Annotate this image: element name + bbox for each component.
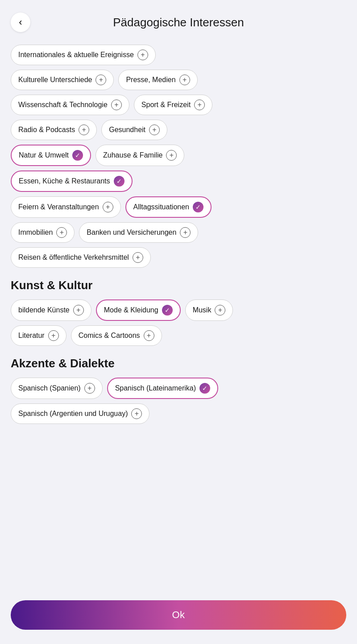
check-icon: ✓ xyxy=(72,150,83,161)
plus-icon: + xyxy=(103,202,113,212)
tag-chip[interactable]: Sport & Freizeit+ xyxy=(134,95,212,115)
header: ‹ Pädagogische Interessen xyxy=(0,0,357,41)
page-title: Pädagogische Interessen xyxy=(30,16,327,29)
tag-label: Reisen & öffentliche Verkehrsmittel xyxy=(18,253,129,262)
plus-icon: + xyxy=(149,125,160,135)
tag-label: Essen, Küche & Restaurants xyxy=(19,177,110,185)
tags-row: Wissenschaft & Technologie+Sport & Freiz… xyxy=(11,95,346,115)
plus-icon: + xyxy=(133,252,143,263)
tag-label: Immobilien xyxy=(18,229,53,237)
tag-chip[interactable]: Musik+ xyxy=(185,299,233,321)
tag-chip[interactable]: Spanisch (Spanien)+ xyxy=(11,378,103,399)
plus-icon: + xyxy=(131,408,142,419)
tags-row: bildende Künste+Mode & Kleidung✓Musik+ xyxy=(11,299,346,321)
tag-chip[interactable]: Gesundheit+ xyxy=(101,120,167,140)
tag-chip[interactable]: Immobilien+ xyxy=(11,222,75,243)
tag-label: Spanisch (Argentien und Uruguay) xyxy=(18,410,128,418)
tag-label: Comics & Cartoons xyxy=(79,332,140,340)
tag-chip[interactable]: Wissenschaft & Technologie+ xyxy=(11,95,129,115)
tag-chip[interactable]: bildende Künste+ xyxy=(11,299,91,321)
tag-chip[interactable]: Internationales & aktuelle Ereignisse+ xyxy=(11,45,156,65)
ok-button[interactable]: Ok xyxy=(11,600,346,630)
tag-chip[interactable]: Spanisch (Lateinamerika)✓ xyxy=(107,378,218,399)
check-icon: ✓ xyxy=(162,305,173,316)
tag-label: bildende Künste xyxy=(18,306,70,314)
content-area: Internationales & aktuelle Ereignisse+Ku… xyxy=(0,41,357,439)
tag-label: Wissenschaft & Technologie xyxy=(18,101,108,109)
tags-row: Spanisch (Spanien)+Spanisch (Lateinameri… xyxy=(11,378,346,399)
tag-chip[interactable]: Essen, Küche & Restaurants✓ xyxy=(11,170,133,192)
tags-row: Natur & Umwelt✓Zuhause & Familie+ xyxy=(11,145,346,166)
plus-icon: + xyxy=(48,330,59,341)
tags-row: Reisen & öffentliche Verkehrsmittel+ xyxy=(11,247,346,268)
tag-label: Internationales & aktuelle Ereignisse xyxy=(18,51,134,59)
ok-btn-container: Ok xyxy=(0,593,357,644)
plus-icon: + xyxy=(215,305,225,316)
tag-chip[interactable]: Zuhause & Familie+ xyxy=(95,145,184,166)
tag-label: Radio & Podcasts xyxy=(18,126,75,134)
plus-icon: + xyxy=(137,50,148,60)
section-header-kunst: Kunst & Kultur xyxy=(11,278,346,292)
tag-label: Banken und Versicherungen xyxy=(87,229,176,237)
check-icon: ✓ xyxy=(193,202,203,212)
tag-label: Sport & Freizeit xyxy=(141,101,191,109)
plus-icon: + xyxy=(179,75,190,85)
plus-icon: + xyxy=(79,125,89,135)
tags-row: Immobilien+Banken und Versicherungen+ xyxy=(11,222,346,243)
plus-icon: + xyxy=(56,227,67,238)
tag-chip[interactable]: Radio & Podcasts+ xyxy=(11,120,97,140)
plus-icon: + xyxy=(84,383,95,394)
tags-row: Spanisch (Argentien und Uruguay)+ xyxy=(11,403,346,424)
tag-label: Kulturelle Unterschiede xyxy=(18,76,92,84)
tag-label: Spanisch (Lateinamerika) xyxy=(115,384,196,392)
tag-chip[interactable]: Reisen & öffentliche Verkehrsmittel+ xyxy=(11,247,151,268)
tag-label: Alltagssituationen xyxy=(133,203,189,211)
plus-icon: + xyxy=(111,100,122,110)
plus-icon: + xyxy=(194,100,205,110)
tag-label: Natur & Umwelt xyxy=(19,151,69,159)
tag-chip[interactable]: Natur & Umwelt✓ xyxy=(11,145,91,166)
plus-icon: + xyxy=(166,150,177,161)
tag-label: Musik xyxy=(193,306,212,314)
tag-chip[interactable]: Comics & Cartoons+ xyxy=(71,325,162,346)
tag-label: Mode & Kleidung xyxy=(104,306,158,314)
tags-row: Kulturelle Unterschiede+Presse, Medien+ xyxy=(11,70,346,90)
tag-chip[interactable]: Kulturelle Unterschiede+ xyxy=(11,70,114,90)
plus-icon: + xyxy=(73,305,84,316)
tags-row: Literatur+Comics & Cartoons+ xyxy=(11,325,346,346)
tag-chip[interactable]: Alltagssituationen✓ xyxy=(125,196,212,218)
plus-icon: + xyxy=(144,330,154,341)
tags-row: Essen, Küche & Restaurants✓ xyxy=(11,170,346,192)
back-button[interactable]: ‹ xyxy=(11,12,30,32)
tag-label: Feiern & Veranstaltungen xyxy=(18,203,99,211)
tag-label: Presse, Medien xyxy=(126,76,175,84)
check-icon: ✓ xyxy=(199,383,210,394)
tag-chip[interactable]: Mode & Kleidung✓ xyxy=(96,299,181,321)
tag-label: Gesundheit xyxy=(109,126,145,134)
tag-chip[interactable]: Spanisch (Argentien und Uruguay)+ xyxy=(11,403,149,424)
check-icon: ✓ xyxy=(114,176,125,187)
tags-row: Radio & Podcasts+Gesundheit+ xyxy=(11,120,346,140)
tag-label: Literatur xyxy=(18,332,45,340)
tag-label: Zuhause & Familie xyxy=(103,151,162,159)
section-header-akzente: Akzente & Dialekte xyxy=(11,357,346,370)
tags-row: Internationales & aktuelle Ereignisse+ xyxy=(11,45,346,65)
tags-row: Feiern & Veranstaltungen+Alltagssituatio… xyxy=(11,196,346,218)
tag-label: Spanisch (Spanien) xyxy=(18,384,81,392)
tag-chip[interactable]: Literatur+ xyxy=(11,325,66,346)
tag-chip[interactable]: Presse, Medien+ xyxy=(118,70,197,90)
plus-icon: + xyxy=(95,75,106,85)
plus-icon: + xyxy=(180,227,191,238)
tag-chip[interactable]: Banken und Versicherungen+ xyxy=(79,222,198,243)
tag-chip[interactable]: Feiern & Veranstaltungen+ xyxy=(11,196,121,218)
back-icon: ‹ xyxy=(19,17,22,28)
